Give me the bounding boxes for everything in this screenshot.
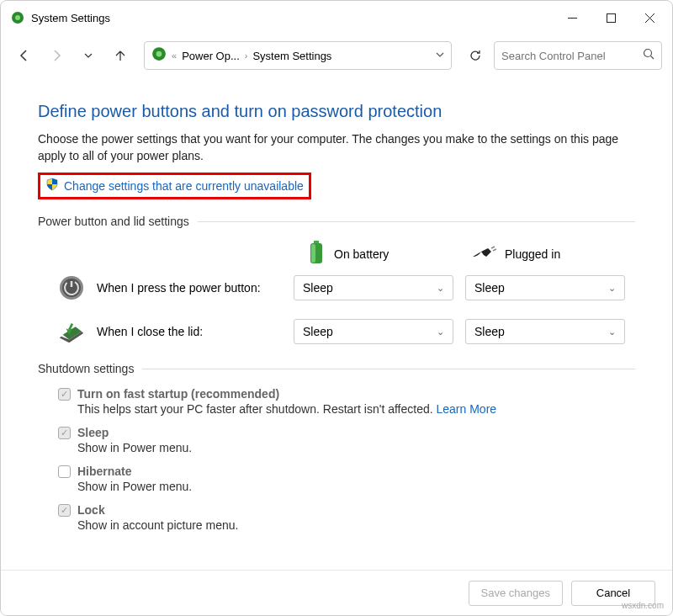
search-box[interactable] [494,41,662,70]
lid-row-label: When I close the lid: [97,325,282,338]
window-title: System Settings [31,12,553,24]
svg-rect-3 [607,13,615,22]
breadcrumb-icon [151,46,167,65]
breadcrumb-dropdown-icon[interactable] [436,50,444,61]
refresh-button[interactable] [462,42,489,69]
breadcrumb-item-poweroptions[interactable]: Power Op... [182,50,240,62]
svg-point-8 [644,50,652,57]
svg-point-1 [15,15,20,20]
lid-battery-dropdown[interactable]: Sleep⌄ [294,319,453,344]
recent-dropdown-button[interactable] [75,42,102,69]
sleep-label: Sleep [77,426,109,439]
power-button-row-label: When I press the power button: [97,281,282,295]
svg-rect-10 [314,241,319,243]
search-input[interactable] [501,50,643,62]
svg-point-7 [156,51,162,57]
fast-startup-desc: This helps start your PC faster after sh… [77,402,635,416]
chevron-down-icon: ⌄ [437,283,444,294]
breadcrumb-prefix: « [172,50,177,61]
power-button-icon [58,274,85,301]
svg-line-13 [491,247,495,248]
fast-startup-label: Turn on fast startup (recommended) [77,387,279,401]
learn-more-link[interactable]: Learn More [437,402,497,416]
sleep-checkbox[interactable]: ✓ [58,427,71,439]
back-button[interactable] [11,42,38,69]
battery-icon [307,240,326,268]
chevron-right-icon: › [245,50,248,61]
lock-checkbox[interactable]: ✓ [58,504,71,517]
power-button-plugged-dropdown[interactable]: Sleep⌄ [465,275,625,300]
divider [142,369,635,369]
lid-icon [58,318,85,345]
change-unavailable-link[interactable]: Change settings that are currently unava… [64,179,304,193]
uac-link-highlight: Change settings that are currently unava… [38,173,311,199]
chevron-down-icon: ⌄ [608,327,616,337]
watermark: wsxdn.com [622,601,664,610]
svg-rect-12 [311,244,315,263]
section-power-button-title: Power button and lid settings [38,215,189,228]
svg-line-9 [651,56,654,60]
page-intro: Choose the power settings that you want … [38,131,635,164]
minimize-button[interactable] [553,1,591,35]
sleep-desc: Show in Power menu. [77,441,635,454]
breadcrumb-item-systemsettings[interactable]: System Settings [252,50,331,62]
plugged-in-label: Plugged in [505,247,560,261]
lock-label: Lock [77,503,105,517]
divider [198,221,635,222]
fast-startup-checkbox[interactable]: ✓ [58,388,71,401]
maximize-button[interactable] [591,1,630,35]
chevron-down-icon: ⌄ [608,283,616,294]
save-button[interactable]: Save changes [469,581,563,606]
breadcrumb[interactable]: « Power Op... › System Settings [144,41,452,70]
up-button[interactable] [107,42,134,69]
search-icon [643,48,654,63]
page-heading: Define power buttons and turn on passwor… [38,102,635,121]
hibernate-label: Hibernate [77,465,132,478]
on-battery-label: On battery [334,247,389,261]
close-button[interactable] [630,1,669,35]
power-button-battery-dropdown[interactable]: Sleep⌄ [294,275,453,300]
forward-button[interactable] [43,42,70,69]
hibernate-desc: Show in Power menu. [77,480,635,493]
svg-line-14 [493,249,496,251]
plug-icon [471,245,496,263]
hibernate-checkbox[interactable] [58,465,71,478]
shield-icon [45,178,59,194]
app-icon [11,11,24,24]
chevron-down-icon: ⌄ [437,327,444,337]
lock-desc: Show in account picture menu. [77,518,635,532]
lid-plugged-dropdown[interactable]: Sleep⌄ [465,319,625,344]
section-shutdown-title: Shutdown settings [38,362,134,375]
